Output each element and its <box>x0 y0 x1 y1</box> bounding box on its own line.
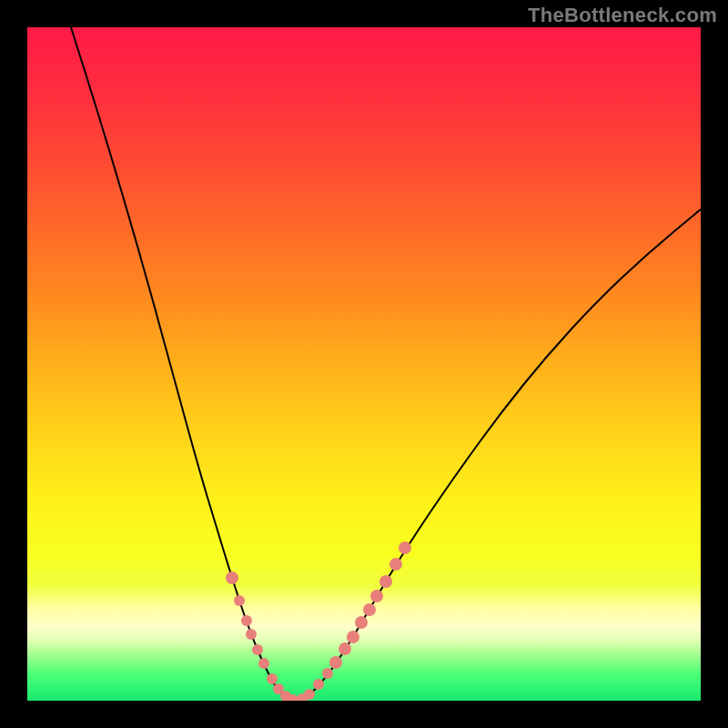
highlight-marker <box>399 541 411 554</box>
highlight-marker <box>389 558 402 571</box>
highlight-marker <box>363 603 376 616</box>
bottleneck-curve-left <box>71 27 296 701</box>
highlight-marker <box>313 679 324 690</box>
plot-area <box>27 27 701 701</box>
highlight-marker <box>234 595 245 606</box>
highlight-marker <box>370 590 383 602</box>
highlight-markers-right <box>297 541 411 701</box>
highlight-marker <box>246 629 257 640</box>
highlight-marker <box>347 631 359 643</box>
highlight-marker <box>226 571 238 584</box>
highlight-marker <box>339 642 351 655</box>
highlight-marker <box>355 616 368 629</box>
highlight-marker <box>304 689 315 700</box>
curve-layer <box>27 27 701 701</box>
highlight-marker <box>322 668 333 679</box>
highlight-marker <box>252 644 263 655</box>
chart-container: TheBottleneck.com <box>0 0 728 728</box>
bottleneck-curve-right <box>296 209 701 701</box>
highlight-marker <box>241 615 252 626</box>
highlight-marker <box>329 656 342 669</box>
highlight-marker <box>379 575 392 588</box>
watermark-text: TheBottleneck.com <box>528 4 717 27</box>
highlight-marker <box>258 658 269 669</box>
highlight-marker <box>267 673 278 684</box>
